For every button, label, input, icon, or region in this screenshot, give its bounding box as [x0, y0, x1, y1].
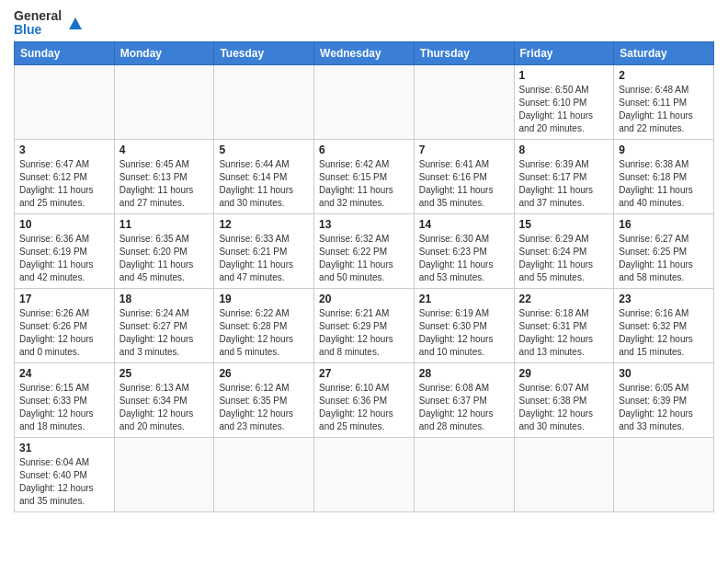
calendar-cell: 6Sunrise: 6:42 AM Sunset: 6:15 PM Daylig… [314, 139, 415, 213]
day-info: Sunrise: 6:50 AM Sunset: 6:10 PM Dayligh… [519, 84, 609, 135]
day-info: Sunrise: 6:41 AM Sunset: 6:16 PM Dayligh… [419, 158, 509, 210]
calendar-cell: 25Sunrise: 6:13 AM Sunset: 6:34 PM Dayli… [114, 362, 214, 437]
calendar-cell [614, 437, 714, 511]
calendar-week-row: 10Sunrise: 6:36 AM Sunset: 6:19 PM Dayli… [15, 213, 714, 288]
page-header: General Blue [14, 9, 714, 38]
day-header-tuesday: Tuesday [214, 41, 314, 64]
day-info: Sunrise: 6:19 AM Sunset: 6:30 PM Dayligh… [419, 307, 509, 359]
day-number: 1 [519, 69, 609, 82]
day-number: 13 [319, 218, 409, 231]
day-info: Sunrise: 6:30 AM Sunset: 6:23 PM Dayligh… [419, 233, 509, 284]
calendar-cell: 18Sunrise: 6:24 AM Sunset: 6:27 PM Dayli… [114, 288, 214, 362]
day-number: 25 [119, 367, 210, 380]
logo-blue-text: Blue [14, 23, 62, 37]
day-info: Sunrise: 6:08 AM Sunset: 6:37 PM Dayligh… [419, 382, 509, 433]
day-info: Sunrise: 6:48 AM Sunset: 6:11 PM Dayligh… [619, 84, 709, 135]
calendar-cell: 4Sunrise: 6:45 AM Sunset: 6:13 PM Daylig… [114, 139, 214, 213]
day-number: 8 [519, 144, 609, 156]
day-number: 12 [219, 218, 309, 231]
day-header-friday: Friday [514, 41, 614, 64]
day-number: 10 [19, 218, 109, 231]
day-header-sunday: Sunday [15, 41, 115, 64]
calendar-cell: 20Sunrise: 6:21 AM Sunset: 6:29 PM Dayli… [314, 288, 415, 362]
calendar-header-row: SundayMondayTuesdayWednesdayThursdayFrid… [15, 41, 714, 64]
day-number: 23 [619, 293, 709, 305]
day-info: Sunrise: 6:27 AM Sunset: 6:25 PM Dayligh… [619, 233, 709, 284]
logo: General Blue [14, 9, 85, 38]
calendar-cell: 30Sunrise: 6:05 AM Sunset: 6:39 PM Dayli… [614, 362, 714, 437]
calendar-cell [414, 64, 514, 139]
day-info: Sunrise: 6:05 AM Sunset: 6:39 PM Dayligh… [619, 382, 709, 433]
day-number: 3 [19, 144, 109, 156]
day-number: 2 [619, 69, 709, 82]
day-info: Sunrise: 6:04 AM Sunset: 6:40 PM Dayligh… [19, 456, 109, 508]
day-number: 29 [519, 367, 609, 380]
calendar-cell: 21Sunrise: 6:19 AM Sunset: 6:30 PM Dayli… [414, 288, 514, 362]
day-number: 18 [119, 293, 210, 305]
day-info: Sunrise: 6:33 AM Sunset: 6:21 PM Dayligh… [219, 233, 309, 284]
day-number: 7 [419, 144, 509, 156]
day-number: 31 [19, 442, 109, 454]
day-info: Sunrise: 6:10 AM Sunset: 6:36 PM Dayligh… [319, 382, 409, 433]
calendar-cell: 12Sunrise: 6:33 AM Sunset: 6:21 PM Dayli… [214, 213, 314, 288]
calendar-cell: 31Sunrise: 6:04 AM Sunset: 6:40 PM Dayli… [15, 437, 115, 511]
logo-triangle-icon [65, 13, 85, 33]
calendar-cell: 9Sunrise: 6:38 AM Sunset: 6:18 PM Daylig… [614, 139, 714, 213]
calendar-cell [514, 437, 614, 511]
day-info: Sunrise: 6:07 AM Sunset: 6:38 PM Dayligh… [519, 382, 609, 433]
calendar-week-row: 17Sunrise: 6:26 AM Sunset: 6:26 PM Dayli… [15, 288, 714, 362]
calendar-cell: 27Sunrise: 6:10 AM Sunset: 6:36 PM Dayli… [314, 362, 415, 437]
calendar-cell: 22Sunrise: 6:18 AM Sunset: 6:31 PM Dayli… [514, 288, 614, 362]
day-number: 15 [519, 218, 609, 231]
day-info: Sunrise: 6:15 AM Sunset: 6:33 PM Dayligh… [19, 382, 109, 433]
calendar-cell [114, 64, 214, 139]
day-info: Sunrise: 6:21 AM Sunset: 6:29 PM Dayligh… [319, 307, 409, 359]
day-info: Sunrise: 6:42 AM Sunset: 6:15 PM Dayligh… [319, 158, 409, 210]
calendar-cell: 2Sunrise: 6:48 AM Sunset: 6:11 PM Daylig… [614, 64, 714, 139]
day-info: Sunrise: 6:36 AM Sunset: 6:19 PM Dayligh… [19, 233, 109, 284]
calendar-cell: 8Sunrise: 6:39 AM Sunset: 6:17 PM Daylig… [514, 139, 614, 213]
day-number: 27 [319, 367, 409, 380]
day-number: 26 [219, 367, 309, 380]
calendar-cell: 7Sunrise: 6:41 AM Sunset: 6:16 PM Daylig… [414, 139, 514, 213]
day-info: Sunrise: 6:45 AM Sunset: 6:13 PM Dayligh… [119, 158, 210, 210]
calendar-cell: 13Sunrise: 6:32 AM Sunset: 6:22 PM Dayli… [314, 213, 415, 288]
day-info: Sunrise: 6:24 AM Sunset: 6:27 PM Dayligh… [119, 307, 210, 359]
calendar-week-row: 31Sunrise: 6:04 AM Sunset: 6:40 PM Dayli… [15, 437, 714, 511]
day-number: 20 [319, 293, 409, 305]
calendar-cell: 26Sunrise: 6:12 AM Sunset: 6:35 PM Dayli… [214, 362, 314, 437]
day-info: Sunrise: 6:16 AM Sunset: 6:32 PM Dayligh… [619, 307, 709, 359]
calendar-table: SundayMondayTuesdayWednesdayThursdayFrid… [14, 41, 714, 512]
day-number: 4 [119, 144, 210, 156]
calendar-cell [214, 437, 314, 511]
calendar-cell: 3Sunrise: 6:47 AM Sunset: 6:12 PM Daylig… [15, 139, 115, 213]
calendar-cell: 17Sunrise: 6:26 AM Sunset: 6:26 PM Dayli… [15, 288, 115, 362]
day-info: Sunrise: 6:38 AM Sunset: 6:18 PM Dayligh… [619, 158, 709, 210]
day-number: 22 [519, 293, 609, 305]
day-number: 9 [619, 144, 709, 156]
day-number: 17 [19, 293, 109, 305]
day-header-thursday: Thursday [414, 41, 514, 64]
calendar-cell [214, 64, 314, 139]
calendar-cell [15, 64, 115, 139]
day-header-wednesday: Wednesday [314, 41, 415, 64]
day-info: Sunrise: 6:35 AM Sunset: 6:20 PM Dayligh… [119, 233, 210, 284]
day-info: Sunrise: 6:18 AM Sunset: 6:31 PM Dayligh… [519, 307, 609, 359]
day-number: 30 [619, 367, 709, 380]
day-number: 19 [219, 293, 309, 305]
calendar-cell: 16Sunrise: 6:27 AM Sunset: 6:25 PM Dayli… [614, 213, 714, 288]
calendar-cell [314, 64, 415, 139]
calendar-cell: 24Sunrise: 6:15 AM Sunset: 6:33 PM Dayli… [15, 362, 115, 437]
day-number: 5 [219, 144, 309, 156]
day-number: 28 [419, 367, 509, 380]
day-number: 24 [19, 367, 109, 380]
day-number: 14 [419, 218, 509, 231]
day-info: Sunrise: 6:13 AM Sunset: 6:34 PM Dayligh… [119, 382, 210, 433]
day-header-monday: Monday [114, 41, 214, 64]
calendar-cell: 14Sunrise: 6:30 AM Sunset: 6:23 PM Dayli… [414, 213, 514, 288]
day-info: Sunrise: 6:26 AM Sunset: 6:26 PM Dayligh… [19, 307, 109, 359]
day-number: 11 [119, 218, 210, 231]
day-info: Sunrise: 6:29 AM Sunset: 6:24 PM Dayligh… [519, 233, 609, 284]
calendar-cell [314, 437, 415, 511]
calendar-cell: 28Sunrise: 6:08 AM Sunset: 6:37 PM Dayli… [414, 362, 514, 437]
